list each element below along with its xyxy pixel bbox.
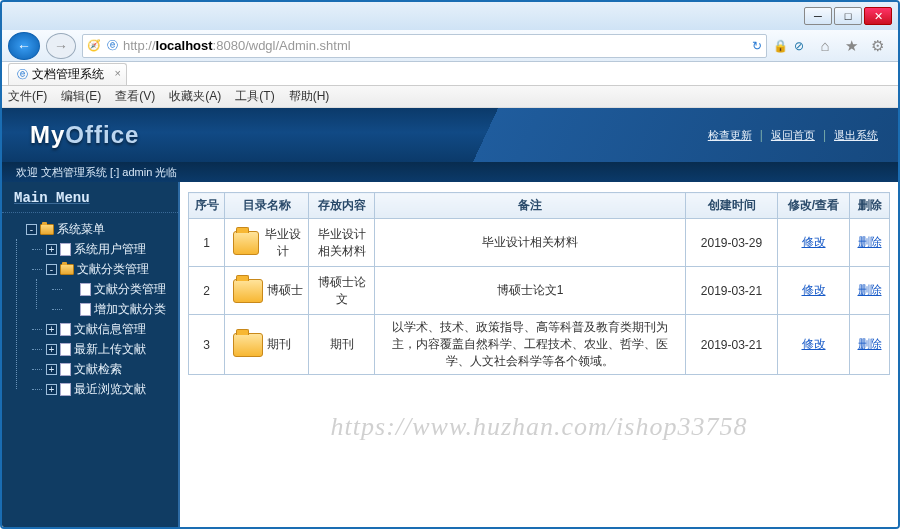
page-icon: 🧭 [87,39,101,53]
file-icon [60,343,71,356]
delete-link[interactable]: 删除 [858,235,882,249]
cell-seq: 3 [189,315,225,375]
logo-text: MyOffice [30,121,139,149]
th-remark: 备注 [375,193,686,219]
table-row: 1毕业设计毕业设计相关材料毕业设计相关材料2019-03-29修改删除 [189,219,890,267]
file-icon [60,323,71,336]
ie-menubar: 文件(F) 编辑(E) 查看(V) 收藏夹(A) 工具(T) 帮助(H) [2,86,898,108]
menu-file[interactable]: 文件(F) [8,88,47,105]
expand-icon[interactable]: + [46,324,57,335]
minimize-button[interactable]: ─ [804,7,832,25]
link-check-update[interactable]: 检查更新 [708,128,752,143]
cell-seq: 2 [189,267,225,315]
browser-tab[interactable]: ⓔ 文档管理系统 × [8,63,127,85]
delete-link[interactable]: 删除 [858,283,882,297]
nav-tree: -系统菜单 +系统用户管理-文献分类管理文献分类管理增加文献分类+文献信息管理+… [2,213,178,527]
app-root: MyOffice 检查更新| 返回首页| 退出系统 欢迎 文档管理系统 [:] … [2,108,898,527]
cell-name: 博硕士 [225,267,309,315]
browser-navbar: ← → 🧭 ⓔ http://localhost:8080/wdgl/Admin… [2,30,898,62]
cell-delete: 删除 [850,315,890,375]
menu-tools[interactable]: 工具(T) [235,88,274,105]
folder-icon [233,279,263,303]
content-area: 序号 目录名称 存放内容 备注 创建时间 修改/查看 删除 1毕业设计毕业设计相… [180,182,898,527]
tree-label: 文献分类管理 [77,262,149,276]
modify-link[interactable]: 修改 [802,235,826,249]
close-button[interactable]: ✕ [864,7,892,25]
cell-modify: 修改 [778,219,850,267]
tree-item[interactable]: 文献分类管理 [62,279,174,299]
welcome-bar: 欢迎 文档管理系统 [:] admin 光临 [2,162,898,182]
tree-item[interactable]: +文献检索 [42,359,174,379]
cell-remark: 毕业设计相关材料 [375,219,686,267]
tree-item[interactable]: +系统用户管理 [42,239,174,259]
modify-link[interactable]: 修改 [802,337,826,351]
collapse-icon[interactable]: - [26,224,37,235]
folder-icon [40,224,54,235]
stop-icon[interactable]: ⊘ [794,39,804,53]
file-icon [60,383,71,396]
maximize-button[interactable]: □ [834,7,862,25]
link-logout[interactable]: 退出系统 [834,128,878,143]
menu-fav[interactable]: 收藏夹(A) [169,88,221,105]
th-store: 存放内容 [309,193,375,219]
tree-item[interactable]: +文献信息管理 [42,319,174,339]
refresh-icon[interactable]: ↻ [752,39,762,53]
menu-edit[interactable]: 编辑(E) [61,88,101,105]
tree-label: 文献分类管理 [94,282,166,296]
lock-icon: 🔒 [773,39,788,53]
cell-modify: 修改 [778,267,850,315]
menu-view[interactable]: 查看(V) [115,88,155,105]
th-seq: 序号 [189,193,225,219]
cell-seq: 1 [189,219,225,267]
tab-title: 文档管理系统 [32,66,104,83]
tree-label: 文献信息管理 [74,322,146,336]
sidebar: Main Menu -系统菜单 +系统用户管理-文献分类管理文献分类管理增加文献… [2,182,180,527]
file-icon [80,303,91,316]
settings-icon[interactable]: ⚙ [868,37,886,55]
forward-button[interactable]: → [46,33,76,59]
tree-label: 系统用户管理 [74,242,146,256]
cell-store: 期刊 [309,315,375,375]
tree-item[interactable]: +最新上传文献 [42,339,174,359]
cell-remark: 博硕士论文1 [375,267,686,315]
tree-root[interactable]: -系统菜单 +系统用户管理-文献分类管理文献分类管理增加文献分类+文献信息管理+… [22,219,174,399]
tree-label: 最近浏览文献 [74,382,146,396]
tab-close-icon[interactable]: × [115,67,121,79]
menu-help[interactable]: 帮助(H) [289,88,330,105]
ie-icon: ⓔ [105,39,119,53]
tree-item[interactable]: -文献分类管理文献分类管理增加文献分类 [42,259,174,319]
file-icon [60,363,71,376]
tree-label: 最新上传文献 [74,342,146,356]
delete-link[interactable]: 删除 [858,337,882,351]
cell-remark: 以学术、技术、政策指导、高等科普及教育类期刊为主，内容覆盖自然科学、工程技术、农… [375,315,686,375]
th-time: 创建时间 [686,193,778,219]
tree-item[interactable]: +最近浏览文献 [42,379,174,399]
home-icon[interactable]: ⌂ [816,37,834,55]
folder-icon [233,231,259,255]
th-del: 删除 [850,193,890,219]
favorites-icon[interactable]: ★ [842,37,860,55]
expand-icon[interactable]: + [46,244,57,255]
modify-link[interactable]: 修改 [802,283,826,297]
browser-tabs: ⓔ 文档管理系统 × [2,62,898,86]
url-bar[interactable]: 🧭 ⓔ http://localhost:8080/wdgl/Admin.sht… [82,34,767,58]
expand-icon[interactable]: + [46,364,57,375]
sidebar-title: Main Menu [2,182,178,213]
th-name: 目录名称 [225,193,309,219]
file-icon [60,243,71,256]
browser-window: ─ □ ✕ ← → 🧭 ⓔ http://localhost:8080/wdgl… [0,0,900,529]
collapse-icon[interactable]: - [46,264,57,275]
expand-icon[interactable]: + [46,384,57,395]
cell-name: 毕业设计 [225,219,309,267]
table-row: 3期刊期刊以学术、技术、政策指导、高等科普及教育类期刊为主，内容覆盖自然科学、工… [189,315,890,375]
url-text: http://localhost:8080/wdgl/Admin.shtml [123,38,748,53]
app-header: MyOffice 检查更新| 返回首页| 退出系统 [2,108,898,162]
back-button[interactable]: ← [8,32,40,60]
link-home[interactable]: 返回首页 [771,128,815,143]
tree-label: 增加文献分类 [94,302,166,316]
tree-item[interactable]: 增加文献分类 [62,299,174,319]
expand-icon[interactable]: + [46,344,57,355]
tab-favicon: ⓔ [17,67,28,82]
cell-modify: 修改 [778,315,850,375]
cell-time: 2019-03-21 [686,315,778,375]
